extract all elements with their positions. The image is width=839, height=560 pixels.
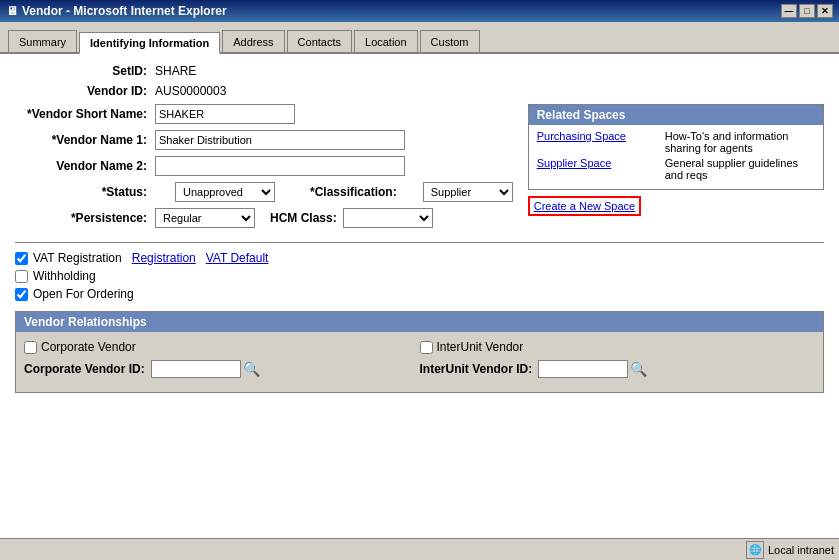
status-select[interactable]: Unapproved Approved Inactive [175, 182, 275, 202]
persistence-hcm-row: *Persistence: Regular Single Pay HCM Cla… [15, 208, 513, 228]
related-spaces-panel: Related Spaces Purchasing Space How-To's… [528, 104, 824, 234]
title-bar: 🖥 Vendor - Microsoft Internet Explorer —… [0, 0, 839, 22]
withholding-row: Withholding [15, 269, 824, 283]
tab-address[interactable]: Address [222, 30, 284, 52]
vendor-id-fields-row: Corporate Vendor ID: 🔍 InterUnit Vendor … [24, 360, 815, 378]
close-button[interactable]: ✕ [817, 4, 833, 18]
tab-contacts[interactable]: Contacts [287, 30, 352, 52]
interunit-vendor-label: InterUnit Vendor [437, 340, 524, 354]
vendor-relationships-body: Corporate Vendor InterUnit Vendor Corpor… [16, 332, 823, 392]
tab-summary[interactable]: Summary [8, 30, 77, 52]
classification-select[interactable]: Supplier Employee Attorney [423, 182, 513, 202]
vendor-relationships-box: Vendor Relationships Corporate Vendor In… [15, 311, 824, 393]
tab-custom[interactable]: Custom [420, 30, 480, 52]
persistence-label: *Persistence: [15, 211, 155, 225]
corporate-vendor-label: Corporate Vendor [41, 340, 136, 354]
corporate-vendor-id-col: Corporate Vendor ID: 🔍 [24, 360, 420, 378]
main-content: SetID: SHARE Vendor ID: AUS0000003 *Vend… [0, 54, 839, 538]
interunit-vendor-col: InterUnit Vendor [420, 340, 816, 354]
space-row-purchasing: Purchasing Space How-To's and informatio… [537, 130, 815, 154]
interunit-vendor-search-icon[interactable]: 🔍 [630, 361, 647, 377]
status-bar: 🌐 Local intranet [0, 538, 839, 560]
hcm-class-select[interactable] [343, 208, 433, 228]
purchasing-space-desc: How-To's and information sharing for age… [657, 130, 815, 154]
supplier-space-link[interactable]: Supplier Space [537, 157, 657, 181]
vat-registration-row: VAT Registration Registration VAT Defaul… [15, 251, 824, 265]
intranet-icon: 🌐 [746, 541, 764, 559]
related-spaces-body: Purchasing Space How-To's and informatio… [529, 125, 823, 189]
interunit-vendor-id-input[interactable] [538, 360, 628, 378]
purchasing-space-link[interactable]: Purchasing Space [537, 130, 657, 154]
setid-label: SetID: [15, 64, 155, 78]
status-classification-row: *Status: Unapproved Approved Inactive *C… [15, 182, 513, 202]
create-new-space-link[interactable]: Create a New Space [528, 196, 642, 216]
related-spaces-box: Related Spaces Purchasing Space How-To's… [528, 104, 824, 190]
vendor-id-row: Vendor ID: AUS0000003 [15, 84, 824, 98]
withholding-checkbox[interactable] [15, 270, 28, 283]
interunit-vendor-id-label: InterUnit Vendor ID: [420, 362, 533, 376]
open-for-ordering-row: Open For Ordering [15, 287, 824, 301]
supplier-space-desc: General supplier guidelines and reqs [657, 157, 815, 181]
tab-location[interactable]: Location [354, 30, 418, 52]
vendor-id-value: AUS0000003 [155, 84, 226, 98]
persistence-select[interactable]: Regular Single Pay [155, 208, 255, 228]
classification-label: *Classification: [310, 185, 397, 199]
title-bar-controls[interactable]: — □ ✕ [781, 4, 833, 18]
status-bar-right: 🌐 Local intranet [746, 541, 834, 559]
open-for-ordering-checkbox[interactable] [15, 288, 28, 301]
intranet-label: Local intranet [768, 544, 834, 556]
setid-row: SetID: SHARE [15, 64, 824, 78]
corporate-vendor-checkbox[interactable] [24, 341, 37, 354]
vendor-name1-label: *Vendor Name 1: [15, 133, 155, 147]
interunit-vendor-checkbox[interactable] [420, 341, 433, 354]
vendor-name2-label: Vendor Name 2: [15, 159, 155, 173]
maximize-button[interactable]: □ [799, 4, 815, 18]
vendor-name1-row: *Vendor Name 1: [15, 130, 513, 150]
title-bar-left: 🖥 Vendor - Microsoft Internet Explorer [6, 4, 227, 18]
window-title: Vendor - Microsoft Internet Explorer [22, 4, 227, 18]
vendor-short-name-row: *Vendor Short Name: [15, 104, 513, 124]
window-icon: 🖥 [6, 4, 18, 18]
vat-registration-label: VAT Registration [33, 251, 122, 265]
corporate-vendor-search-icon[interactable]: 🔍 [243, 361, 260, 377]
interunit-vendor-id-col: InterUnit Vendor ID: 🔍 [420, 360, 816, 378]
vat-registration-checkbox[interactable] [15, 252, 28, 265]
hcm-class-label: HCM Class: [270, 211, 337, 225]
tab-bar: Summary Identifying Information Address … [0, 22, 839, 54]
setid-value: SHARE [155, 64, 196, 78]
vendor-name2-row: Vendor Name 2: [15, 156, 513, 176]
open-for-ordering-label: Open For Ordering [33, 287, 134, 301]
withholding-label: Withholding [33, 269, 96, 283]
tab-identifying-information[interactable]: Identifying Information [79, 32, 220, 54]
registration-link[interactable]: Registration [132, 251, 196, 265]
vendor-relationships-header: Vendor Relationships [16, 312, 823, 332]
vendor-short-name-label: *Vendor Short Name: [15, 107, 155, 121]
vendor-short-name-input[interactable] [155, 104, 295, 124]
vendor-name2-input[interactable] [155, 156, 405, 176]
minimize-button[interactable]: — [781, 4, 797, 18]
corporate-vendor-id-input[interactable] [151, 360, 241, 378]
related-spaces-header: Related Spaces [529, 105, 823, 125]
divider-1 [15, 242, 824, 243]
vendor-name1-input[interactable] [155, 130, 405, 150]
status-label: *Status: [15, 185, 155, 199]
space-row-supplier: Supplier Space General supplier guidelin… [537, 157, 815, 181]
vat-default-link[interactable]: VAT Default [206, 251, 269, 265]
corporate-vendor-id-label: Corporate Vendor ID: [24, 362, 145, 376]
vendor-id-label: Vendor ID: [15, 84, 155, 98]
vendor-rel-checkbox-row: Corporate Vendor InterUnit Vendor [24, 340, 815, 354]
corporate-vendor-col: Corporate Vendor [24, 340, 420, 354]
